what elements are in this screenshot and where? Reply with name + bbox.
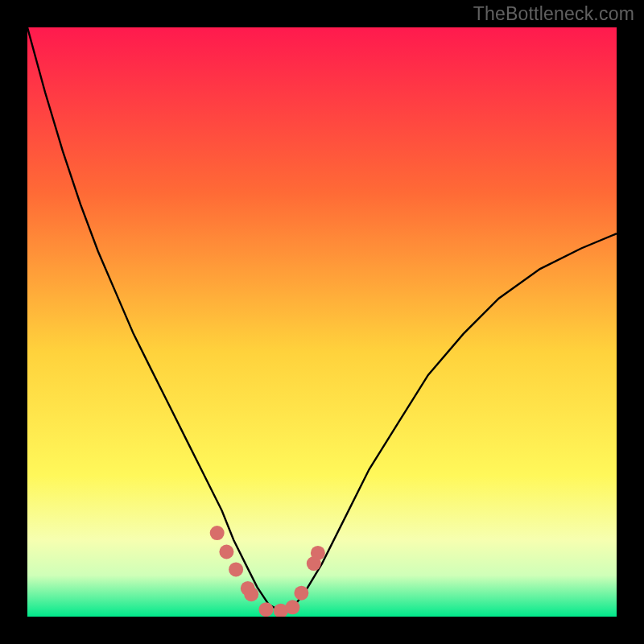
marker-dot [229,562,243,576]
marker-dot [294,586,308,601]
marker-dot [311,546,325,560]
marker-dot [259,602,274,617]
watermark-text: TheBottleneck.com [473,3,634,25]
bottleneck-chart [27,27,617,617]
plot-area [27,27,617,617]
marker-dot [219,545,233,559]
marker-dot [210,526,225,540]
gradient-background [27,27,617,617]
chart-frame: TheBottleneck.com [0,0,644,644]
marker-dot [285,600,299,614]
marker-dot [244,587,258,601]
